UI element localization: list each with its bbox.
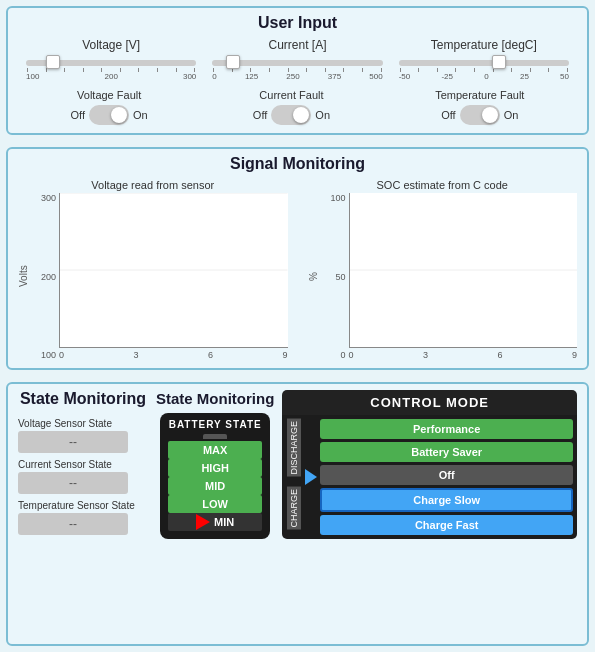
voltage-sensor-label: Voltage Sensor State	[18, 418, 148, 429]
current-tick-0: 0	[212, 72, 216, 81]
modes-column: Performance Battery Saver Off Charge Slo…	[320, 419, 573, 535]
current-fault-label: Current Fault	[259, 89, 323, 101]
voltage-tick-2: 300	[183, 72, 196, 81]
current-thumb[interactable]	[226, 55, 240, 69]
current-fault-switch-row: Off On	[253, 105, 330, 125]
mode-off-button[interactable]: Off	[320, 465, 573, 485]
voltage-y-axis: 300 200 100	[31, 193, 59, 360]
state-monitoring-center-title: State Monitoring	[156, 390, 274, 407]
temperature-tick-2: 0	[484, 72, 488, 81]
voltage-x-1: 3	[133, 350, 138, 360]
control-mode-title: CONTROL MODE	[282, 390, 577, 415]
voltage-x-axis: 0 3 6 9	[59, 350, 288, 360]
soc-chart-right: 0 3 6 9	[349, 193, 578, 360]
current-tick-3: 375	[328, 72, 341, 81]
temperature-fault-switch-row: Off On	[441, 105, 518, 125]
current-sensor-value: --	[69, 476, 77, 490]
control-mode-body: DISCHARGE CHARGE Performance Battery Sav…	[282, 415, 577, 539]
battery-level-mid: MID	[168, 477, 262, 495]
soc-y-tick-0: 100	[330, 193, 345, 203]
soc-x-1: 3	[423, 350, 428, 360]
label-spacer	[287, 479, 301, 485]
temperature-label: Temperature [degC]	[431, 38, 537, 52]
current-fault-group: Current Fault Off On	[253, 89, 330, 125]
voltage-chart-area: Volts 300 200 100 0	[18, 193, 288, 360]
voltage-slider-group: Voltage [V] 100 200 300	[18, 38, 204, 81]
temperature-fault-toggle[interactable]	[460, 105, 500, 125]
battery-state-widget: BATTERY STATE MAX HIGH MID LOW MIN	[160, 413, 270, 539]
state-monitoring-title: State Monitoring	[18, 390, 148, 408]
voltage-sensor-box: --	[18, 431, 128, 453]
battery-high-label: HIGH	[201, 462, 229, 474]
voltage-tick-0: 100	[26, 72, 39, 81]
voltage-x-3: 9	[282, 350, 287, 360]
voltage-x-2: 6	[208, 350, 213, 360]
voltage-fault-group: Voltage Fault Off On	[71, 89, 148, 125]
battery-min-label: MIN	[214, 516, 234, 528]
voltage-y-tick-2: 100	[41, 350, 56, 360]
voltage-thumb[interactable]	[46, 55, 60, 69]
soc-x-2: 6	[497, 350, 502, 360]
current-slider-wrapper: 0 125 250 375 500	[204, 56, 390, 81]
soc-chart-title: SOC estimate from C code	[308, 179, 578, 191]
current-sensor-label: Current Sensor State	[18, 459, 148, 470]
current-tick-labels: 0 125 250 375 500	[212, 72, 382, 81]
voltage-y-tick-0: 300	[41, 193, 56, 203]
soc-x-0: 0	[349, 350, 354, 360]
mode-performance-button[interactable]: Performance	[320, 419, 573, 439]
temperature-sensor-box: --	[18, 513, 128, 535]
voltage-y-label: Volts	[18, 193, 29, 360]
temperature-fault-knob	[482, 107, 498, 123]
voltage-fault-toggle[interactable]	[89, 105, 129, 125]
current-fault-on-label: On	[315, 109, 330, 121]
soc-x-axis: 0 3 6 9	[349, 350, 578, 360]
voltage-chart: Voltage read from sensor Volts 300 200 1…	[18, 179, 288, 360]
voltage-fault-knob	[111, 107, 127, 123]
temperature-sensor-state-item: Temperature Sensor State --	[18, 500, 148, 535]
soc-chart: SOC estimate from C code % 100 50 0	[308, 179, 578, 360]
control-mode-col: CONTROL MODE DISCHARGE CHARGE Performanc…	[282, 390, 577, 539]
current-label: Current [A]	[268, 38, 326, 52]
voltage-fault-switch-row: Off On	[71, 105, 148, 125]
battery-center-col: State Monitoring BATTERY STATE MAX HIGH …	[156, 390, 274, 539]
discharge-charge-labels: DISCHARGE CHARGE	[286, 419, 302, 535]
signal-monitoring-title: Signal Monitoring	[18, 155, 577, 173]
user-input-panel: User Input Voltage [V] 100 200 300 Cur	[6, 6, 589, 135]
current-fault-off-label: Off	[253, 109, 267, 121]
current-tick-2: 250	[286, 72, 299, 81]
temperature-thumb[interactable]	[492, 55, 506, 69]
mode-battery-saver-button[interactable]: Battery Saver	[320, 442, 573, 462]
temperature-fault-on-label: On	[504, 109, 519, 121]
voltage-chart-title: Voltage read from sensor	[18, 179, 288, 191]
temperature-track[interactable]	[399, 60, 569, 66]
current-sensor-box: --	[18, 472, 128, 494]
soc-chart-area: % 100 50 0 0 3	[308, 193, 578, 360]
mode-charge-slow-button[interactable]: Charge Slow	[320, 488, 573, 512]
state-monitoring-inner: State Monitoring Voltage Sensor State --…	[18, 390, 577, 539]
soc-chart-y-section: % 100 50 0	[308, 193, 349, 360]
battery-tip	[203, 434, 227, 439]
discharge-label: DISCHARGE	[287, 419, 301, 477]
battery-level-min: MIN	[168, 513, 262, 531]
soc-y-axis: 100 50 0	[321, 193, 349, 360]
temperature-fault-off-label: Off	[441, 109, 455, 121]
current-tick-1: 125	[245, 72, 258, 81]
current-fault-toggle[interactable]	[271, 105, 311, 125]
temperature-sensor-label: Temperature Sensor State	[18, 500, 148, 511]
signal-monitoring-panel: Signal Monitoring Voltage read from sens…	[6, 147, 589, 370]
soc-x-3: 9	[572, 350, 577, 360]
current-track[interactable]	[212, 60, 382, 66]
voltage-chart-canvas	[59, 193, 288, 348]
temperature-tick-0: -50	[399, 72, 411, 81]
voltage-sensor-value: --	[69, 435, 77, 449]
temperature-slider-group: Temperature [degC] -50 -25 0 25 50	[391, 38, 577, 81]
toggles-row: Voltage Fault Off On Current Fault Off O…	[18, 89, 577, 125]
voltage-tick-1: 200	[104, 72, 117, 81]
battery-level-max: MAX	[168, 441, 262, 459]
current-tick-4: 500	[369, 72, 382, 81]
voltage-chart-svg	[60, 193, 288, 347]
voltage-track[interactable]	[26, 60, 196, 66]
mode-charge-fast-button[interactable]: Charge Fast	[320, 515, 573, 535]
soc-y-tick-1: 50	[335, 272, 345, 282]
voltage-x-0: 0	[59, 350, 64, 360]
